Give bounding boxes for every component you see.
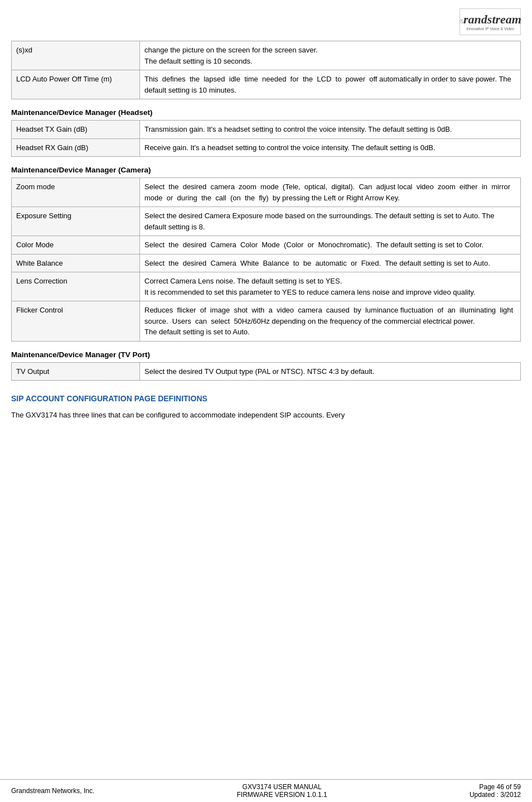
row-description: This defines the lapsed idle time needed… xyxy=(140,70,521,99)
tvport-section-heading: Maintenance/Device Manager (TV Port) xyxy=(11,350,521,359)
table-row: Headset RX Gain (dB) Receive gain. It's … xyxy=(12,138,521,157)
sip-section-heading: SIP ACCOUNT CONFIGURATION PAGE DEFINITIO… xyxy=(11,394,521,403)
row-label: White Balance xyxy=(12,254,140,272)
logo-tagline: Innovative IP Voice & Video xyxy=(459,27,521,31)
row-label: Headset TX Gain (dB) xyxy=(12,121,140,139)
row-description: Select the desired camera zoom mode (Tel… xyxy=(140,178,521,207)
camera-section-heading: Maintenance/Device Manager (Camera) xyxy=(11,166,521,174)
company-logo: 𝒢randstream Innovative IP Voice & Video xyxy=(460,8,521,35)
row-description: Correct Camera Lens noise. The default s… xyxy=(140,272,521,301)
row-label: TV Output xyxy=(12,362,140,381)
table-row: Color Mode Select the desired Camera Col… xyxy=(12,236,521,254)
row-label: Flicker Control xyxy=(12,301,140,342)
row-label: Color Mode xyxy=(12,236,140,254)
screensaver-table: (s)xd change the picture on the screen f… xyxy=(11,41,521,99)
footer-center: GXV3174 USER MANUAL FIRMWARE VERSION 1.0… xyxy=(237,783,327,799)
row-description: Select the desired Camera Exposure mode … xyxy=(140,207,521,236)
row-label: Headset RX Gain (dB) xyxy=(12,138,140,157)
table-row: (s)xd change the picture on the screen f… xyxy=(12,41,521,70)
row-label: Zoom mode xyxy=(12,178,140,207)
headset-section-heading: Maintenance/Device Manager (Headset) xyxy=(11,108,521,117)
logo-name: 𝒢randstream xyxy=(459,13,521,26)
page-footer: Grandstream Networks, Inc. GXV3174 USER … xyxy=(0,779,532,802)
table-row: White Balance Select the desired Camera … xyxy=(12,254,521,272)
footer-date: Updated : 3/2012 xyxy=(470,791,521,799)
row-label: LCD Auto Power Off Time (m) xyxy=(12,70,140,99)
table-row: Exposure Setting Select the desired Came… xyxy=(12,207,521,236)
table-row: Zoom mode Select the desired camera zoom… xyxy=(12,178,521,207)
table-row: Lens Correction Correct Camera Lens nois… xyxy=(12,272,521,301)
footer-version: FIRMWARE VERSION 1.0.1.1 xyxy=(237,791,327,799)
row-description: Receive gain. It's a headset setting to … xyxy=(140,138,521,157)
page-header: 𝒢randstream Innovative IP Voice & Video xyxy=(11,6,521,41)
row-label: Lens Correction xyxy=(12,272,140,301)
row-description: Select the desired Camera White Balance … xyxy=(140,254,521,272)
row-description: Select the desired Camera Color Mode (Co… xyxy=(140,236,521,254)
footer-page: Page 46 of 59 xyxy=(470,783,521,791)
camera-table: Zoom mode Select the desired camera zoom… xyxy=(11,177,521,342)
headset-table: Headset TX Gain (dB) Transmission gain. … xyxy=(11,120,521,157)
table-row: LCD Auto Power Off Time (m) This defines… xyxy=(12,70,521,99)
row-description: Select the desired TV Output type (PAL o… xyxy=(140,362,521,381)
table-row: TV Output Select the desired TV Output t… xyxy=(12,362,521,381)
row-label: (s)xd xyxy=(12,41,140,70)
table-row: Flicker Control Reduces flicker of image… xyxy=(12,301,521,342)
table-row: Headset TX Gain (dB) Transmission gain. … xyxy=(12,121,521,139)
tvport-table: TV Output Select the desired TV Output t… xyxy=(11,362,521,381)
row-description: Reduces flicker of image shot with a vid… xyxy=(140,301,521,342)
sip-paragraph: The GXV3174 has three lines that can be … xyxy=(11,410,521,421)
footer-left: Grandstream Networks, Inc. xyxy=(11,787,94,795)
row-label: Exposure Setting xyxy=(12,207,140,236)
row-description: change the picture on the screen for the… xyxy=(140,41,521,70)
footer-right: Page 46 of 59 Updated : 3/2012 xyxy=(470,783,521,799)
footer-title: GXV3174 USER MANUAL xyxy=(237,783,327,791)
row-description: Transmission gain. It's a headset settin… xyxy=(140,121,521,139)
